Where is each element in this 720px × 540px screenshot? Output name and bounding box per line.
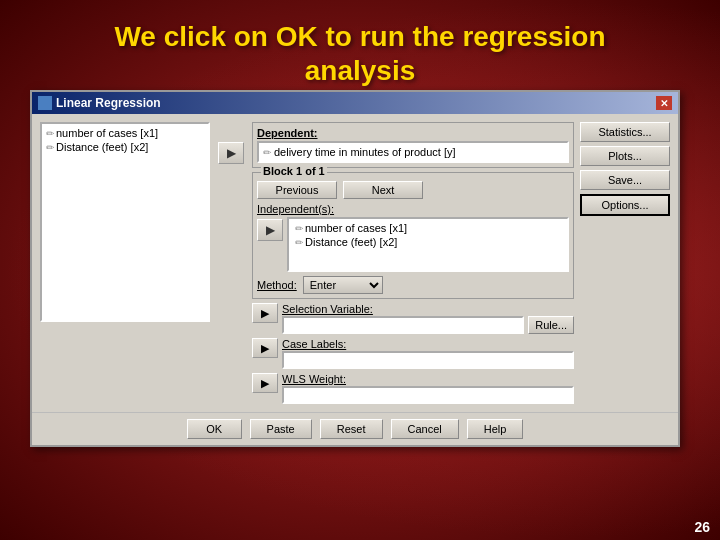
dialog-icon — [38, 96, 52, 110]
selection-label: Selection Variable: — [282, 303, 574, 315]
list-item: ✏ number of cases [x1] — [44, 126, 206, 140]
dependent-label: Dependent: — [257, 127, 569, 139]
statistics-button[interactable]: Statistics... — [580, 122, 670, 142]
selection-input[interactable] — [282, 316, 524, 334]
method-label: Method: — [257, 279, 297, 291]
title-line1: We click on OK to run the regression — [114, 21, 605, 52]
case-labels-section: Case Labels: — [282, 338, 574, 369]
cancel-button[interactable]: Cancel — [391, 419, 459, 439]
wls-input[interactable] — [282, 386, 574, 404]
dialog-titlebar: Linear Regression ✕ — [32, 92, 678, 114]
wls-weight-row: ▶ WLS Weight: — [252, 373, 574, 404]
title-line2: analysis — [305, 55, 416, 86]
block-buttons: Previous Next — [257, 181, 569, 199]
ind-item-label-2: Distance (feet) [x2] — [305, 236, 397, 248]
wls-label: WLS Weight: — [282, 373, 574, 385]
pencil-icon-dep: ✏ — [263, 147, 271, 158]
middle-arrows: ▶ — [216, 122, 246, 404]
next-button[interactable]: Next — [343, 181, 423, 199]
arrow-button-2[interactable]: ▶ — [257, 219, 283, 241]
pencil-icon-ind2: ✏ — [295, 237, 303, 248]
pencil-icon-1: ✏ — [46, 128, 54, 139]
dialog-body: ✏ number of cases [x1] ✏ Distance (feet)… — [32, 114, 678, 412]
case-labels-label: Case Labels: — [282, 338, 574, 350]
dialog-title: Linear Regression — [56, 96, 161, 110]
dependent-value-text: delivery time in minutes of product [y] — [274, 146, 456, 158]
arrow-button-1[interactable]: ▶ — [218, 142, 244, 164]
method-row: Method: Enter — [257, 276, 569, 294]
ind-item-label-1: number of cases [x1] — [305, 222, 407, 234]
close-button[interactable]: ✕ — [656, 96, 672, 110]
page-number: 26 — [694, 519, 710, 535]
main-panel: Dependent: ✏ delivery time in minutes of… — [252, 122, 574, 404]
left-panel: ✏ number of cases [x1] ✏ Distance (feet)… — [40, 122, 210, 404]
dependent-section: Dependent: ✏ delivery time in minutes of… — [252, 122, 574, 168]
rule-button[interactable]: Rule... — [528, 316, 574, 334]
pencil-icon-ind1: ✏ — [295, 223, 303, 234]
arrow-button-4[interactable]: ▶ — [252, 338, 278, 358]
variable-listbox[interactable]: ✏ number of cases [x1] ✏ Distance (feet)… — [40, 122, 210, 322]
arrow-button-5[interactable]: ▶ — [252, 373, 278, 393]
case-labels-input[interactable] — [282, 351, 574, 369]
slide-title: We click on OK to run the regression ana… — [0, 10, 720, 97]
save-button[interactable]: Save... — [580, 170, 670, 190]
help-button[interactable]: Help — [467, 419, 524, 439]
right-panel: Statistics... Plots... Save... Options..… — [580, 122, 670, 404]
list-item: ✏ Distance (feet) [x2] — [44, 140, 206, 154]
options-button[interactable]: Options... — [580, 194, 670, 216]
arrow-button-3[interactable]: ▶ — [252, 303, 278, 323]
independent-label: Independent(s): — [257, 203, 569, 215]
independent-row: ▶ ✏ number of cases [x1] ✏ Distance (fee… — [257, 217, 569, 272]
ok-button[interactable]: OK — [187, 419, 242, 439]
linear-regression-dialog: Linear Regression ✕ ✏ number of cases [x… — [30, 90, 680, 447]
method-select[interactable]: Enter — [303, 276, 383, 294]
plots-button[interactable]: Plots... — [580, 146, 670, 166]
dialog-footer: OK Paste Reset Cancel Help — [32, 412, 678, 445]
previous-button[interactable]: Previous — [257, 181, 337, 199]
titlebar-left: Linear Regression — [38, 96, 161, 110]
dependent-value: ✏ delivery time in minutes of product [y… — [257, 141, 569, 163]
ind-list-item-2: ✏ Distance (feet) [x2] — [293, 235, 563, 249]
reset-button[interactable]: Reset — [320, 419, 383, 439]
block-legend: Block 1 of 1 — [261, 165, 327, 177]
list-item-label-2: Distance (feet) [x2] — [56, 141, 148, 153]
pencil-icon-2: ✏ — [46, 142, 54, 153]
list-item-label-1: number of cases [x1] — [56, 127, 158, 139]
selection-variable-row: ▶ Selection Variable: Rule... — [252, 303, 574, 334]
wls-weight-section: WLS Weight: — [282, 373, 574, 404]
block-section: Block 1 of 1 Previous Next Independent(s… — [252, 172, 574, 299]
case-labels-row: ▶ Case Labels: — [252, 338, 574, 369]
paste-button[interactable]: Paste — [250, 419, 312, 439]
independent-listbox[interactable]: ✏ number of cases [x1] ✏ Distance (feet)… — [287, 217, 569, 272]
selection-variable-section: Selection Variable: Rule... — [282, 303, 574, 334]
ind-list-item-1: ✏ number of cases [x1] — [293, 221, 563, 235]
